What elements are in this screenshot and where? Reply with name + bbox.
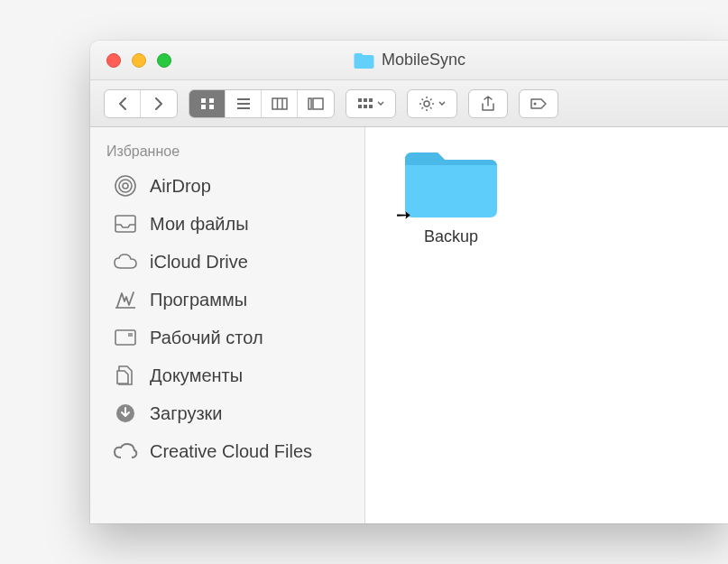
window-controls [90, 53, 171, 68]
sidebar-item-creativecloud[interactable]: Creative Cloud Files [90, 432, 364, 470]
folder-icon: ➚ [401, 145, 501, 222]
back-button[interactable] [105, 90, 141, 117]
chevron-down-icon [438, 101, 446, 106]
window-title: MobileSync [382, 51, 465, 69]
icon-view-button[interactable] [189, 90, 226, 117]
svg-rect-10 [309, 98, 311, 109]
column-view-button[interactable] [262, 90, 298, 117]
gallery-view-button[interactable] [298, 90, 334, 117]
nav-buttons [104, 89, 178, 118]
item-label: Backup [424, 227, 478, 246]
action-button[interactable] [407, 89, 457, 118]
sidebar-item-label: Документы [150, 365, 243, 386]
svg-rect-25 [115, 330, 135, 345]
sidebar-item-label: AirDrop [150, 175, 211, 197]
sidebar-item-desktop[interactable]: Рабочий стол [90, 319, 364, 356]
window-body: Избранное AirDrop Мои файлы iCloud Drive [90, 127, 728, 523]
documents-icon [112, 364, 139, 387]
minimize-button[interactable] [132, 53, 146, 68]
svg-rect-16 [364, 105, 367, 108]
svg-rect-26 [128, 333, 133, 337]
svg-rect-23 [115, 216, 135, 232]
tags-button[interactable] [519, 89, 558, 118]
tag-icon [530, 97, 548, 110]
toolbar [90, 80, 728, 127]
svg-rect-6 [237, 107, 250, 109]
share-button[interactable] [468, 89, 508, 118]
svg-rect-14 [369, 98, 373, 102]
sidebar-item-documents[interactable]: Документы [90, 356, 364, 394]
view-switcher [189, 89, 335, 118]
sidebar-item-myfiles[interactable]: Мои файлы [90, 205, 364, 243]
svg-rect-11 [313, 98, 323, 109]
svg-point-18 [424, 101, 429, 106]
svg-rect-15 [358, 105, 362, 108]
forward-button[interactable] [141, 90, 177, 117]
sidebar-item-downloads[interactable]: Загрузки [90, 394, 364, 432]
airdrop-icon [112, 174, 139, 198]
gear-icon [419, 96, 435, 112]
window-title-group: MobileSync [353, 51, 465, 69]
sidebar-item-label: iCloud Drive [150, 251, 248, 273]
creative-cloud-icon [112, 439, 139, 463]
svg-rect-3 [209, 105, 214, 109]
svg-rect-4 [237, 98, 250, 100]
share-icon [481, 96, 495, 112]
sidebar: Избранное AirDrop Мои файлы iCloud Drive [90, 127, 365, 523]
fullscreen-button[interactable] [157, 53, 171, 68]
close-button[interactable] [106, 53, 121, 68]
sidebar-item-label: Creative Cloud Files [150, 440, 312, 462]
tray-icon [112, 212, 139, 236]
list-view-button[interactable] [226, 90, 262, 117]
svg-rect-13 [364, 98, 367, 102]
content-area[interactable]: ➚ Backup [365, 127, 728, 523]
sidebar-item-applications[interactable]: Программы [90, 281, 364, 319]
sidebar-item-label: Программы [150, 289, 247, 310]
folder-item-backup[interactable]: ➚ Backup [392, 145, 510, 246]
finder-window: MobileSync [90, 41, 728, 523]
sidebar-item-airdrop[interactable]: AirDrop [90, 167, 364, 205]
svg-rect-0 [201, 98, 206, 103]
svg-rect-2 [201, 105, 206, 109]
svg-point-19 [534, 102, 537, 105]
svg-rect-17 [369, 105, 373, 108]
cloud-icon [112, 250, 139, 273]
svg-rect-1 [209, 98, 214, 103]
downloads-icon [112, 402, 139, 425]
svg-rect-7 [272, 98, 287, 109]
arrange-button[interactable] [346, 89, 396, 118]
sidebar-item-label: Мои файлы [150, 213, 249, 235]
applications-icon [112, 288, 139, 311]
sidebar-section-title: Избранное [90, 140, 364, 167]
svg-point-20 [123, 183, 128, 189]
svg-rect-5 [237, 103, 250, 105]
sidebar-item-label: Рабочий стол [150, 327, 263, 348]
sidebar-item-label: Загрузки [150, 402, 223, 424]
desktop-icon [112, 326, 139, 349]
titlebar: MobileSync [90, 41, 728, 80]
chevron-down-icon [377, 101, 384, 106]
svg-rect-12 [358, 98, 362, 102]
svg-point-21 [119, 180, 132, 192]
sidebar-item-icloud[interactable]: iCloud Drive [90, 243, 364, 281]
folder-icon [353, 51, 374, 69]
